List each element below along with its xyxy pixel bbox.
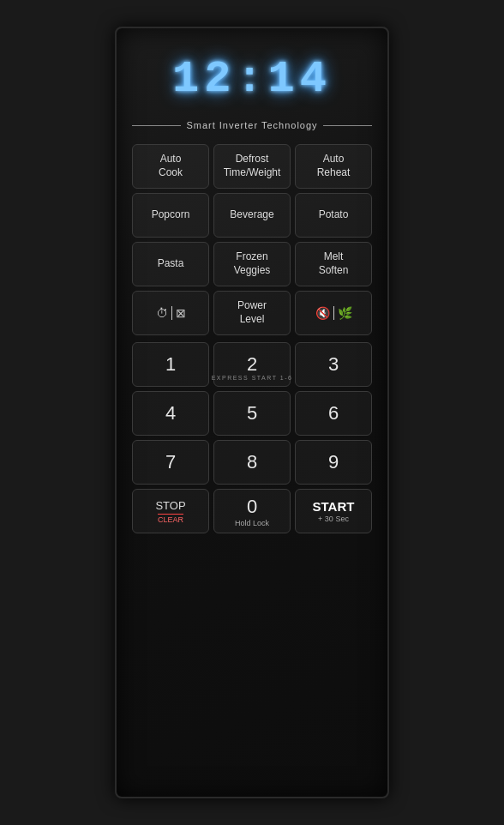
popcorn-button[interactable]: Popcorn — [132, 193, 209, 238]
num-3-label: 3 — [328, 353, 339, 376]
num-1-label: 1 — [165, 353, 176, 376]
start-sub-label: + 30 Sec — [318, 515, 349, 523]
num-5-button[interactable]: 5 — [213, 391, 291, 436]
melt-soften-button[interactable]: MeltSoften — [295, 242, 372, 286]
num-4-button[interactable]: 4 — [132, 391, 209, 436]
btn-row-2: Popcorn Beverage Potato — [132, 193, 372, 238]
zero-hold-lock-button[interactable]: 0 Hold Lock — [213, 489, 291, 533]
sound-eco-button[interactable]: 🔇🌿 — [295, 291, 372, 335]
start-button[interactable]: START + 30 Sec — [295, 489, 372, 533]
potato-button[interactable]: Potato — [295, 193, 372, 238]
defrost-time-weight-button[interactable]: DefrostTime/Weight — [213, 144, 291, 189]
num-4-label: 4 — [165, 402, 176, 425]
btn-row-4: ⏱⊠ PowerLevel 🔇🌿 — [132, 291, 372, 335]
start-label: START — [313, 499, 355, 514]
num-row-123: 1 2 EXPRESS START 1-6 3 — [132, 342, 372, 387]
num-2-label: 2 — [247, 353, 257, 376]
num-row-456: 4 5 6 — [132, 391, 372, 436]
num-7-button[interactable]: 7 — [132, 440, 209, 485]
beverage-button[interactable]: Beverage — [213, 193, 291, 238]
zero-label: 0 — [247, 496, 257, 518]
brand-label: Smart Inverter Technology — [186, 120, 317, 130]
num-6-button[interactable]: 6 — [295, 391, 372, 436]
sound-eco-icon: 🔇🌿 — [315, 305, 352, 321]
auto-cook-button[interactable]: AutoCook — [132, 144, 209, 189]
clock-display: 12:14 — [172, 54, 332, 105]
timer-clock-button[interactable]: ⏱⊠ — [132, 291, 209, 335]
timer-clock-icon: ⏱⊠ — [156, 305, 186, 321]
btn-row-3: Pasta FrozenVeggies MeltSoften — [132, 242, 372, 286]
numpad: 1 2 EXPRESS START 1-6 3 4 5 6 — [132, 342, 372, 533]
num-row-bottom: STOP CLEAR 0 Hold Lock START + 30 Sec — [132, 489, 372, 533]
num-3-button[interactable]: 3 — [295, 342, 372, 387]
brand-text: Smart Inverter Technology — [132, 120, 372, 130]
btn-row-1: AutoCook DefrostTime/Weight AutoReheat — [132, 144, 372, 189]
hold-lock-label: Hold Lock — [235, 519, 269, 527]
num-6-label: 6 — [328, 402, 339, 425]
num-1-button[interactable]: 1 — [132, 342, 209, 387]
num-row-789: 7 8 9 — [132, 440, 372, 485]
power-level-button[interactable]: PowerLevel — [213, 291, 291, 335]
microwave-panel: 12:14 Smart Inverter Technology AutoCook… — [115, 27, 389, 798]
num-5-label: 5 — [247, 402, 257, 425]
clear-label: CLEAR — [158, 514, 183, 524]
num-9-label: 9 — [328, 451, 339, 473]
icon-divider-2 — [333, 306, 334, 320]
auto-reheat-button[interactable]: AutoReheat — [295, 144, 372, 189]
icon-divider — [171, 306, 172, 320]
stop-label: STOP — [155, 499, 185, 512]
stop-clear-button[interactable]: STOP CLEAR — [132, 489, 209, 533]
pasta-button[interactable]: Pasta — [132, 242, 209, 286]
feature-button-grid: AutoCook DefrostTime/Weight AutoReheat P… — [132, 144, 372, 335]
frozen-veggies-button[interactable]: FrozenVeggies — [213, 242, 291, 286]
express-start-label: EXPRESS START 1-6 — [212, 375, 293, 381]
num-2-button[interactable]: 2 EXPRESS START 1-6 — [213, 342, 291, 387]
display-area: 12:14 — [132, 54, 372, 105]
num-8-button[interactable]: 8 — [213, 440, 291, 485]
num-8-label: 8 — [247, 451, 257, 473]
num-9-button[interactable]: 9 — [295, 440, 372, 485]
num-7-label: 7 — [165, 451, 176, 473]
